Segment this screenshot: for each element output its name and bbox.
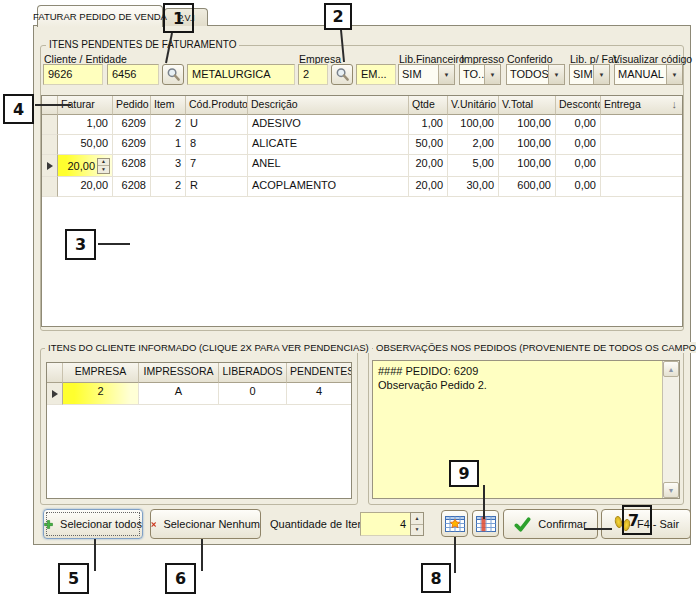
col-desconto[interactable]: Desconto (556, 96, 601, 115)
cell-v-total: 100,00 (499, 155, 556, 177)
row-indicator[interactable] (42, 135, 58, 155)
sort-arrow-icon[interactable]: ↓ (672, 98, 678, 110)
callout-6-number: 6 (175, 569, 186, 588)
cell-descricao: ADESIVO (248, 115, 409, 135)
impresso-value: TO... (460, 65, 484, 84)
impresso-select[interactable]: TO... ▼ (459, 64, 501, 85)
table-row[interactable]: 2 A 0 4 (47, 383, 351, 405)
grid-config-button[interactable] (441, 510, 468, 537)
col-v-unitario[interactable]: V.Unitário (448, 96, 499, 115)
cell-v-unitario: 30,00 (448, 177, 499, 197)
cell-cod-produto: R (186, 177, 248, 197)
cell-item: 1 (151, 135, 186, 155)
lib-p-fat-value: SIM (570, 65, 593, 84)
quantidade-itens-stepper[interactable]: 4 ▲▼ (360, 512, 424, 536)
table-row[interactable]: 1,00 6209 2 U ADESIVO 1,00 100,00 100,00… (42, 115, 682, 135)
callout-3-number: 3 (75, 235, 86, 254)
current-row-arrow-icon (47, 162, 53, 170)
quantity-stepper[interactable]: ▲▼ (97, 158, 110, 174)
check-icon (514, 517, 531, 532)
entidade-codigo-field[interactable]: 6456 (107, 64, 159, 85)
grid-column-icon (476, 516, 496, 532)
quantidade-itens-value[interactable]: 4 (360, 512, 410, 536)
cell-descricao: ACOPLAMENTO (248, 177, 409, 197)
cell-pedido: 6208 (113, 177, 151, 197)
col-impressora[interactable]: IMPRESSORA (139, 363, 219, 383)
grid-star-icon (445, 516, 465, 532)
cliente-nome-field[interactable]: METALURGICA (187, 64, 295, 85)
callout-1: 1 (163, 3, 194, 33)
chevron-down-icon[interactable]: ▼ (593, 65, 609, 84)
quantity-stepper[interactable]: ▲▼ (410, 512, 424, 536)
col-cod-produto[interactable]: Cód.Produto (186, 96, 248, 115)
grid-indicator-header (42, 96, 58, 115)
scroll-up-icon[interactable]: ▲ (663, 361, 679, 377)
col-v-total[interactable]: V.Total (499, 96, 556, 115)
chevron-down-icon[interactable]: ▼ (666, 65, 682, 84)
col-liberados[interactable]: LIBERADOS (219, 363, 287, 383)
spin-down-icon[interactable]: ▼ (98, 165, 109, 173)
empresa-lookup-button[interactable] (331, 64, 353, 85)
selecionar-nenhum-button[interactable]: Selecionar Nenhum (150, 509, 261, 539)
cliente-lookup-button[interactable] (162, 64, 184, 85)
conferido-select[interactable]: TODOS ▼ (506, 64, 565, 85)
table-row[interactable]: 20,00 6208 2 R ACOPLAMENTO 20,00 30,00 6… (42, 177, 682, 197)
table-row[interactable]: 50,00 6209 1 8 ALICATE 50,00 2,00 100,00… (42, 135, 682, 155)
table-row-selected[interactable]: 20,00 ▲▼ 6208 3 7 ANEL 20,00 5,00 100,00… (42, 155, 682, 177)
col-item[interactable]: Item (151, 96, 186, 115)
cell-item: 2 (151, 115, 186, 135)
grid-column-button[interactable] (472, 510, 499, 537)
lib-p-fat-select[interactable]: SIM ▼ (569, 64, 610, 85)
row-indicator[interactable] (42, 115, 58, 135)
col-empresa[interactable]: EMPRESA (63, 363, 139, 383)
col-qtde[interactable]: Qtde (409, 96, 448, 115)
cell-empresa[interactable]: 2 (63, 383, 139, 405)
chevron-down-icon[interactable]: ▼ (548, 65, 564, 84)
visualizar-codigo-value: MANUAL (615, 65, 666, 84)
observacoes-text[interactable]: #### PEDIDO: 6209 Observação Pedido 2. (373, 361, 662, 498)
row-indicator[interactable] (42, 177, 58, 197)
tab-faturar-pedido-de-venda[interactable]: FATURAR PEDIDO DE VENDA (37, 5, 163, 27)
cliente-codigo-field[interactable]: 9626 (43, 64, 103, 85)
cell-v-total: 100,00 (499, 115, 556, 135)
cell-v-total: 600,00 (499, 177, 556, 197)
quantidade-itens-label: Quantidade de Itens: (270, 518, 372, 530)
observacoes-group-title: OBSERVAÇÕES NOS PEDIDOS (PROVENIENTE DE … (373, 342, 696, 353)
visualizar-codigo-select[interactable]: MANUAL ▼ (614, 64, 683, 85)
row-indicator[interactable] (47, 383, 63, 405)
col-faturar[interactable]: Faturar (58, 96, 113, 115)
spin-down-icon[interactable]: ▼ (411, 524, 423, 536)
search-icon (166, 67, 181, 82)
confirmar-label: Confirmar (538, 518, 586, 530)
cell-qtde: 1,00 (409, 115, 448, 135)
chevron-down-icon[interactable]: ▼ (484, 65, 500, 84)
cliente-items-grid[interactable]: EMPRESA IMPRESSORA LIBERADOS PENDENTES 2… (46, 362, 352, 499)
plus-icon (44, 517, 53, 532)
empresa-codigo-field[interactable]: 2 (298, 64, 328, 85)
lib-financeiro-select[interactable]: SIM ▼ (398, 64, 455, 85)
col-pedido[interactable]: Pedido (113, 96, 151, 115)
faturar-edit-value[interactable]: 20,00 (67, 160, 95, 172)
cell-desconto: 0,00 (556, 135, 601, 155)
chevron-down-icon[interactable]: ▼ (438, 65, 454, 84)
cell-entrega (601, 135, 683, 155)
scroll-down-icon[interactable]: ▼ (663, 482, 679, 498)
callout-5: 5 (58, 563, 89, 594)
cell-faturar[interactable]: 1,00 (58, 115, 113, 135)
cell-faturar[interactable]: 50,00 (58, 135, 113, 155)
col-descricao[interactable]: Descrição (248, 96, 409, 115)
spin-up-icon[interactable]: ▲ (411, 513, 423, 524)
cell-faturar-editing[interactable]: 20,00 ▲▼ (58, 155, 113, 177)
confirmar-button[interactable]: Confirmar (503, 509, 598, 539)
empresa-nome-field[interactable]: EM... (356, 64, 396, 85)
observacoes-textarea[interactable]: #### PEDIDO: 6209 Observação Pedido 2. ▲… (372, 360, 680, 499)
cell-faturar[interactable]: 20,00 (58, 177, 113, 197)
row-indicator[interactable] (42, 155, 58, 177)
scrollbar[interactable]: ▲ ▼ (662, 361, 679, 498)
cell-pedido: 6209 (113, 115, 151, 135)
cell-desconto: 0,00 (556, 177, 601, 197)
selecionar-todos-button[interactable]: Selecionar todos (43, 509, 143, 539)
col-pendentes[interactable]: PENDENTES (287, 363, 351, 383)
conferido-value: TODOS (507, 65, 548, 84)
tab-faturar-label: FATURAR PEDIDO DE VENDA (33, 11, 167, 22)
